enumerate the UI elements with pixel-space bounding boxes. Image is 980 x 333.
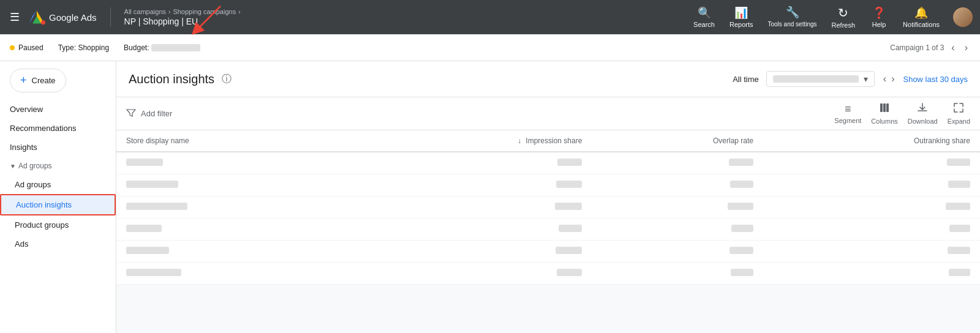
search-nav-button[interactable]: 🔍 Search xyxy=(687,4,721,31)
store-name-blurred xyxy=(126,203,187,210)
sidebar-item-product-groups-label: Product groups xyxy=(15,220,69,230)
filter-toolbar: Add filter ≡ Segment Columns xyxy=(116,97,980,130)
sidebar-item-insights[interactable]: Insights xyxy=(0,138,116,157)
col-header-outranking-share[interactable]: Outranking share xyxy=(763,130,980,152)
help-circle-icon[interactable]: ⓘ xyxy=(222,73,232,86)
breadcrumb-chevron-1: › xyxy=(168,9,170,15)
sidebar-section-ad-groups[interactable]: ▼ Ad groups xyxy=(0,157,116,175)
refresh-nav-button[interactable]: ↻ Refresh xyxy=(826,3,862,31)
outranking-share-blurred xyxy=(947,159,970,166)
breadcrumb-all-campaigns[interactable]: All campaigns xyxy=(124,8,166,15)
sidebar-item-auction-insights[interactable]: Auction insights xyxy=(0,194,116,215)
sidebar-item-ads[interactable]: Ads xyxy=(0,234,116,253)
sidebar-item-ads-label: Ads xyxy=(15,239,28,249)
sidebar-item-recommendations[interactable]: Recommendations xyxy=(0,119,116,138)
funnel-icon xyxy=(126,108,136,118)
sort-down-icon: ↓ xyxy=(518,137,521,145)
help-nav-icon: ❓ xyxy=(872,6,886,20)
breadcrumb-top: All campaigns › Shopping campaigns › xyxy=(124,8,241,15)
sidebar-item-ad-groups-label: Ad groups xyxy=(15,180,51,189)
date-range-blurred xyxy=(773,75,859,83)
breadcrumb: All campaigns › Shopping campaigns › NP … xyxy=(124,8,241,26)
download-arrow-icon xyxy=(917,102,928,113)
user-avatar[interactable] xyxy=(953,7,973,27)
expand-button[interactable]: Expand xyxy=(948,102,970,125)
table-cell-outranking-share xyxy=(763,174,980,196)
col-header-impression-share[interactable]: ↓ Impression share xyxy=(352,130,592,152)
table-row xyxy=(116,152,980,174)
overlap-rate-blurred xyxy=(729,247,753,254)
download-label: Download xyxy=(908,118,938,125)
table-cell-store-name xyxy=(116,219,352,241)
search-nav-label: Search xyxy=(693,21,715,28)
table-row xyxy=(116,263,980,285)
add-filter-button[interactable]: Add filter xyxy=(141,109,172,118)
notifications-nav-button[interactable]: 🔔 Notifications xyxy=(897,4,946,31)
table-cell-store-name xyxy=(116,174,352,196)
breadcrumb-shopping-campaigns[interactable]: Shopping campaigns xyxy=(173,8,236,15)
budget-label: Budget: xyxy=(124,43,149,52)
create-button[interactable]: + Create xyxy=(10,69,66,92)
table-cell-overlap-rate xyxy=(592,219,763,241)
impression-share-blurred xyxy=(555,203,582,210)
nav-divider xyxy=(110,7,111,27)
date-next-arrow[interactable]: › xyxy=(890,72,895,86)
top-nav-right: 🔍 Search 📊 Reports 🔧 Tools and settings … xyxy=(687,3,973,31)
table-cell-outranking-share xyxy=(763,263,980,285)
col-header-overlap-rate[interactable]: Overlap rate xyxy=(592,130,763,152)
overlap-rate-blurred xyxy=(731,269,753,276)
impression-share-header-label: Impression share xyxy=(526,137,582,145)
store-name-blurred xyxy=(126,225,162,232)
campaign-budget: Budget: xyxy=(124,43,200,52)
budget-value-blurred xyxy=(151,44,200,51)
search-nav-icon: 🔍 xyxy=(698,6,711,20)
impression-share-blurred xyxy=(556,181,582,188)
impression-share-blurred xyxy=(557,159,582,166)
segment-button[interactable]: ≡ Segment xyxy=(834,103,861,124)
hamburger-menu[interactable]: ☰ xyxy=(7,8,22,26)
download-button[interactable]: Download xyxy=(908,102,938,125)
tools-nav-button[interactable]: 🔧 Tools and settings xyxy=(761,4,823,31)
expand-icon xyxy=(953,102,964,116)
show-last-30-link[interactable]: Show last 30 days xyxy=(903,75,968,84)
sidebar-item-overview-label: Overview xyxy=(10,105,43,114)
columns-button[interactable]: Columns xyxy=(871,102,897,125)
col-header-store-name[interactable]: Store display name xyxy=(116,130,352,152)
sidebar-item-product-groups[interactable]: Product groups xyxy=(0,215,116,234)
store-name-blurred xyxy=(126,247,169,254)
table-row xyxy=(116,174,980,196)
main-layout: + Create Overview Recommendations Insigh… xyxy=(0,61,980,333)
reports-nav-button[interactable]: 📊 Reports xyxy=(723,4,760,31)
date-dropdown-chevron: ▾ xyxy=(864,74,868,84)
table-cell-outranking-share xyxy=(763,241,980,263)
table-cell-impression-share xyxy=(352,263,592,285)
filter-icon[interactable] xyxy=(126,108,136,120)
reports-nav-label: Reports xyxy=(729,21,753,28)
campaign-next-arrow[interactable]: › xyxy=(962,41,970,54)
header-right: All time ▾ ‹ › Show last 30 days xyxy=(733,71,968,87)
breadcrumb-chevron-2: › xyxy=(238,9,240,15)
segment-label: Segment xyxy=(834,117,861,124)
sidebar-item-overview[interactable]: Overview xyxy=(0,100,116,119)
all-time-label: All time xyxy=(733,75,759,84)
content-area: Auction insights ⓘ All time ▾ ‹ › Show l… xyxy=(116,61,980,333)
table-cell-store-name xyxy=(116,263,352,285)
campaign-status-label: Paused xyxy=(18,43,43,52)
help-nav-button[interactable]: ❓ Help xyxy=(864,4,894,31)
table-cell-overlap-rate xyxy=(592,196,763,219)
campaign-prev-arrow[interactable]: ‹ xyxy=(949,41,957,54)
sidebar-item-insights-label: Insights xyxy=(10,143,37,152)
table-cell-impression-share xyxy=(352,241,592,263)
campaign-type: Type: Shopping xyxy=(58,43,109,52)
date-prev-arrow[interactable]: ‹ xyxy=(882,72,888,86)
date-range-dropdown[interactable]: ▾ xyxy=(766,71,875,87)
notifications-nav-icon: 🔔 xyxy=(914,6,928,20)
table-cell-store-name xyxy=(116,152,352,174)
store-name-blurred xyxy=(126,181,178,188)
google-ads-logo: Google Ads xyxy=(28,9,97,26)
table-cell-overlap-rate xyxy=(592,174,763,196)
store-name-blurred xyxy=(126,159,163,166)
sidebar-item-ad-groups[interactable]: Ad groups xyxy=(0,175,116,194)
table-cell-overlap-rate xyxy=(592,263,763,285)
overlap-rate-blurred xyxy=(729,159,753,166)
